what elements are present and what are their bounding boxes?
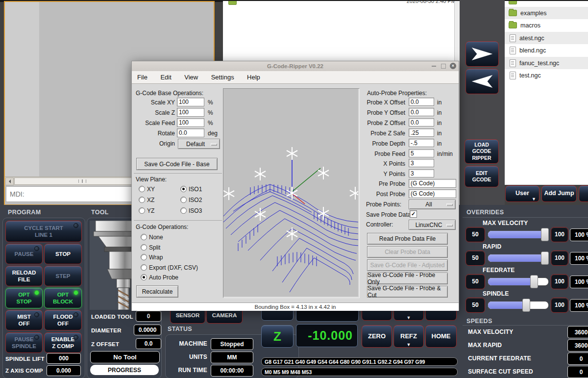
partial-button[interactable]: De [579, 185, 588, 202]
read-probe-data-button[interactable]: Read Probe Data File [367, 233, 448, 245]
list-item[interactable]: test.ngc [505, 69, 588, 81]
list-item[interactable]: examples [505, 7, 588, 19]
pre-probe-input[interactable] [409, 179, 456, 188]
radio-split[interactable] [141, 244, 147, 251]
home-button[interactable]: HOME [425, 325, 457, 348]
step-button[interactable]: STEP [44, 266, 82, 286]
edit-gcode-button[interactable]: EDIT GCODE [465, 166, 499, 187]
origin-dropdown[interactable]: Default [178, 139, 220, 149]
x-points-input[interactable] [409, 159, 434, 167]
rapid-slider[interactable] [488, 254, 549, 262]
menu-view[interactable]: View [179, 71, 203, 81]
pause-button[interactable]: PAUSE [5, 244, 43, 264]
list-item[interactable]: blend.ngc [505, 44, 588, 56]
reload-file-button[interactable]: RELOAD FILE [5, 266, 43, 286]
probe-z-safe-input[interactable] [409, 128, 434, 137]
probe-x-offset-input[interactable] [409, 98, 434, 106]
save-gcode-probe-cut-button[interactable]: Save G-Code File - Probe & Cut [367, 286, 448, 298]
probe-depth-label: Probe Depth [362, 140, 405, 147]
scale-z-input[interactable] [177, 108, 204, 117]
slider-thumb[interactable] [541, 228, 549, 241]
save-gcode-probe-only-button[interactable]: Save G-Code File - Probe Only [367, 273, 448, 284]
max-velocity-slider[interactable] [488, 230, 549, 239]
cycle-start-button[interactable]: CYCLE START LINE 1 [5, 221, 82, 242]
refz-button[interactable]: REFZ ▼ [393, 325, 424, 348]
max-velocity-min-button[interactable]: 50 [466, 227, 485, 242]
list-item[interactable]: fanuc_test.ngc [505, 57, 588, 69]
radio-xy[interactable] [139, 186, 145, 192]
spindle-max-button[interactable]: 100 [551, 298, 568, 313]
save-probe-data-checkbox[interactable]: ✓ [410, 210, 417, 218]
list-item[interactable]: macros [505, 19, 588, 31]
scroll-left-arrow-icon[interactable] [5, 177, 14, 185]
dialog-titlebar[interactable]: G-Code-Ripper V0.22 × [132, 61, 459, 72]
spindle-slider[interactable] [488, 301, 549, 309]
probe-feed-input[interactable] [409, 149, 434, 157]
arrow-right-button[interactable] [466, 41, 499, 67]
scale-xy-input[interactable] [177, 98, 204, 106]
mist-button[interactable]: MIST OFF [5, 310, 43, 330]
opt-stop-button[interactable]: OPT STOP [5, 288, 43, 308]
arrow-left-button[interactable] [466, 69, 499, 94]
origin-label: Origin [137, 140, 175, 147]
radio-iso1[interactable] [180, 186, 187, 192]
max-velocity-value: 3600 [567, 326, 588, 338]
slider-thumb[interactable] [541, 252, 549, 265]
probe-points-dropdown[interactable]: All [409, 200, 456, 209]
y-points-input[interactable] [409, 169, 434, 177]
button-label: 50 [472, 254, 478, 262]
opt-block-button[interactable]: OPT BLOCK [44, 288, 82, 308]
add-jump-button[interactable]: Add Jump [541, 185, 577, 202]
scrollbar-thumb[interactable] [14, 177, 150, 185]
radio-none[interactable] [141, 234, 147, 240]
rapid-min-button[interactable]: 50 [466, 251, 485, 266]
max-velocity-max-button[interactable]: 100 [551, 227, 568, 242]
maximize-icon[interactable] [441, 64, 446, 69]
radio-iso2[interactable] [180, 197, 187, 203]
save-gcode-base-button[interactable]: Save G-Code File - Base [136, 158, 218, 170]
radio-auto-probe[interactable] [141, 274, 147, 280]
rapid-max-button[interactable]: 100 [551, 251, 568, 266]
radio-xz[interactable] [139, 197, 145, 203]
clear-probe-data-button[interactable]: Clear Probe Data [367, 246, 448, 258]
zero-button[interactable]: ZERO [362, 325, 392, 348]
post-probe-input[interactable] [409, 189, 456, 198]
menu-help[interactable]: Help [242, 71, 266, 81]
stop-button[interactable]: STOP [44, 244, 82, 264]
close-icon[interactable]: × [450, 63, 456, 69]
scale-feed-input[interactable] [177, 118, 204, 127]
pause-spindle-button[interactable]: PAUSE SPINDLE [5, 332, 43, 353]
spindle-min-button[interactable]: 50 [466, 298, 485, 313]
probe-y-offset-input[interactable] [409, 108, 434, 116]
radio-wrap[interactable] [141, 254, 147, 260]
probe-depth-input[interactable] [409, 139, 434, 147]
controller-dropdown[interactable]: LinuxCNC [409, 220, 456, 230]
probe-z-offset-input[interactable] [409, 118, 434, 126]
list-item[interactable]: atest.ngc [505, 32, 588, 44]
enable-z-comp-button[interactable]: ENABLE Z COMP [44, 332, 82, 353]
diameter-label: DIAMETER [91, 328, 122, 333]
recalculate-button[interactable]: Recalculate [136, 285, 178, 298]
radio-yz[interactable] [139, 207, 145, 214]
radio-none-label: None [149, 234, 163, 241]
minimize-icon[interactable] [432, 66, 436, 67]
z-axis-button[interactable]: Z [261, 325, 294, 348]
button-label: 50 [472, 278, 478, 285]
feedrate-max-button[interactable]: 100 [551, 274, 568, 289]
slider-thumb[interactable] [522, 299, 530, 312]
slider-thumb[interactable] [530, 275, 538, 288]
menu-edit[interactable]: Edit [155, 71, 176, 81]
flood-button[interactable]: FLOOD OFF [44, 310, 82, 330]
plot-canvas[interactable] [223, 88, 360, 298]
menu-settings[interactable]: Settings [206, 71, 240, 81]
user-button[interactable]: User ▼ [505, 185, 539, 202]
radio-iso3[interactable] [180, 207, 187, 214]
load-gcode-ripper-button[interactable]: LOAD GCODE RIPPER [465, 139, 499, 164]
radio-export[interactable] [141, 264, 147, 271]
feedrate-slider[interactable] [488, 277, 549, 286]
feedrate-min-button[interactable]: 50 [466, 274, 485, 289]
menu-file[interactable]: File [132, 71, 153, 81]
save-gcode-adjusted-button[interactable]: Save G-Code File - Adjusted [367, 259, 448, 271]
rotate-input[interactable] [177, 128, 204, 137]
button-label: RELOAD [12, 269, 36, 276]
